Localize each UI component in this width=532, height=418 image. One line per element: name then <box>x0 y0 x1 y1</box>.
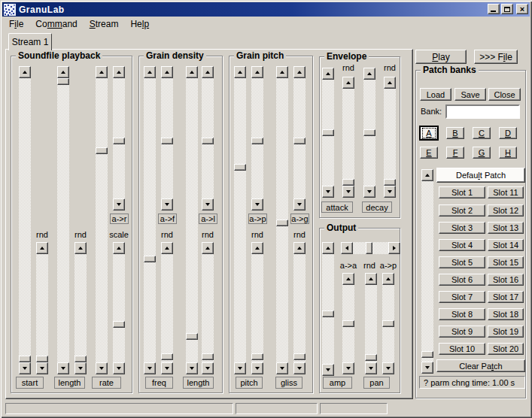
down-arrow-button[interactable] <box>161 198 173 211</box>
slider-track[interactable] <box>113 78 125 198</box>
up-arrow-button[interactable] <box>234 66 246 78</box>
slider-thumb[interactable] <box>161 138 173 144</box>
slider-thumb[interactable] <box>322 129 334 136</box>
slider-scale[interactable] <box>113 242 125 374</box>
down-arrow-button[interactable] <box>144 362 156 374</box>
slider-grain-length-rnd[interactable] <box>202 242 214 374</box>
up-arrow-button[interactable] <box>113 66 125 78</box>
save-button[interactable]: Save <box>454 88 486 101</box>
down-arrow-button[interactable] <box>322 186 334 198</box>
slider-mod-gliss[interactable] <box>293 66 306 211</box>
slider-attack-rnd[interactable] <box>342 77 354 198</box>
up-arrow-button[interactable] <box>382 273 394 285</box>
down-arrow-button[interactable] <box>293 198 306 211</box>
slider-thumb[interactable] <box>382 320 394 327</box>
up-arrow-button[interactable] <box>144 66 156 78</box>
slot-18-button[interactable]: Slot 18 <box>488 308 524 320</box>
default-patch-button[interactable]: Default Patch <box>436 168 525 183</box>
slider-track[interactable] <box>293 254 306 362</box>
slider-thumb[interactable] <box>113 138 125 144</box>
clear-patch-button[interactable]: Clear Patch <box>436 359 525 372</box>
slot-1-button[interactable]: Slot 1 <box>439 186 485 198</box>
slider-track[interactable] <box>363 80 375 186</box>
down-arrow-button[interactable] <box>202 362 214 374</box>
down-arrow-button[interactable] <box>384 186 396 198</box>
down-arrow-button[interactable] <box>293 362 306 374</box>
slider-track[interactable] <box>322 254 334 364</box>
slider-track[interactable] <box>293 78 306 198</box>
slider-track[interactable] <box>96 78 108 362</box>
slider-track[interactable] <box>57 78 69 362</box>
up-arrow-button[interactable] <box>421 169 433 181</box>
up-arrow-button[interactable] <box>342 273 354 285</box>
slider-thumb[interactable] <box>342 320 354 327</box>
slider-mod-rate[interactable] <box>113 66 125 211</box>
down-arrow-button[interactable] <box>161 362 173 374</box>
slot-11-button[interactable]: Slot 11 <box>488 186 524 198</box>
slider-mod-freq[interactable] <box>161 66 173 211</box>
slider-freq-rnd[interactable] <box>161 242 173 374</box>
slider-mod-pitch[interactable] <box>251 66 263 211</box>
down-arrow-button[interactable] <box>251 362 263 374</box>
down-arrow-button[interactable] <box>251 198 263 211</box>
slider-start-rnd[interactable] <box>36 242 48 374</box>
slider-track[interactable] <box>342 89 354 186</box>
slider-track[interactable] <box>342 285 354 362</box>
up-arrow-button[interactable] <box>276 66 288 78</box>
down-arrow-button[interactable] <box>276 362 288 374</box>
up-arrow-button[interactable] <box>202 66 214 78</box>
slot-12-button[interactable]: Slot 12 <box>488 204 524 217</box>
slider-track[interactable] <box>36 254 48 362</box>
slider-track[interactable] <box>384 89 396 186</box>
slider-start[interactable] <box>19 66 31 374</box>
slider-track[interactable] <box>202 254 214 362</box>
slot-7-button[interactable]: Slot 7 <box>439 291 485 303</box>
down-arrow-button[interactable] <box>19 362 31 374</box>
bank-h-button[interactable]: H <box>499 147 517 159</box>
slider-track[interactable] <box>353 242 388 254</box>
tab-stream-1[interactable]: Stream 1 <box>8 33 52 50</box>
scrollbar-thumb[interactable] <box>421 351 433 358</box>
slider-thumb[interactable] <box>276 220 288 226</box>
slot-20-button[interactable]: Slot 20 <box>488 343 524 355</box>
slider-thumb[interactable] <box>251 138 263 144</box>
slider-thumb[interactable] <box>363 129 375 136</box>
slider-track[interactable] <box>113 254 125 362</box>
up-arrow-button[interactable] <box>186 66 198 78</box>
slider-thumb[interactable] <box>202 353 214 360</box>
slot-10-button[interactable]: Slot 10 <box>439 343 485 355</box>
down-arrow-button[interactable] <box>57 362 69 374</box>
slot-19-button[interactable]: Slot 19 <box>488 326 524 338</box>
left-arrow-button[interactable] <box>341 242 353 254</box>
slider-track[interactable] <box>161 254 173 362</box>
slider-thumb[interactable] <box>293 353 306 360</box>
patch-scrollbar[interactable] <box>421 169 433 374</box>
slider-gliss-rnd[interactable] <box>293 242 306 374</box>
down-arrow-button[interactable] <box>363 186 375 198</box>
slider-track[interactable] <box>19 78 31 362</box>
down-arrow-button[interactable] <box>322 364 334 376</box>
menu-stream[interactable]: Stream <box>88 18 120 30</box>
slider-decay[interactable] <box>363 68 375 198</box>
up-arrow-button[interactable] <box>363 68 375 80</box>
up-arrow-button[interactable] <box>293 242 306 254</box>
slot-5-button[interactable]: Slot 5 <box>439 256 485 268</box>
slider-thumb[interactable] <box>36 356 48 362</box>
slider-thumb[interactable] <box>342 179 354 186</box>
scrollbar-track[interactable] <box>421 181 433 362</box>
slot-4-button[interactable]: Slot 4 <box>439 239 485 251</box>
menu-help[interactable]: Help <box>129 18 150 30</box>
slot-14-button[interactable]: Slot 14 <box>488 239 524 251</box>
up-arrow-button[interactable] <box>96 66 108 78</box>
slider-track[interactable] <box>382 285 394 362</box>
slider-thumb[interactable] <box>113 321 125 328</box>
slot-8-button[interactable]: Slot 8 <box>439 308 485 320</box>
up-arrow-button[interactable] <box>161 66 173 78</box>
down-arrow-button[interactable] <box>342 186 354 198</box>
down-arrow-button[interactable] <box>113 198 125 211</box>
down-arrow-button[interactable] <box>421 362 433 374</box>
to-file-button[interactable]: >>> File <box>474 50 518 64</box>
slider-attack[interactable] <box>322 68 334 198</box>
slider-pan[interactable] <box>341 242 400 254</box>
down-arrow-button[interactable] <box>96 362 108 374</box>
